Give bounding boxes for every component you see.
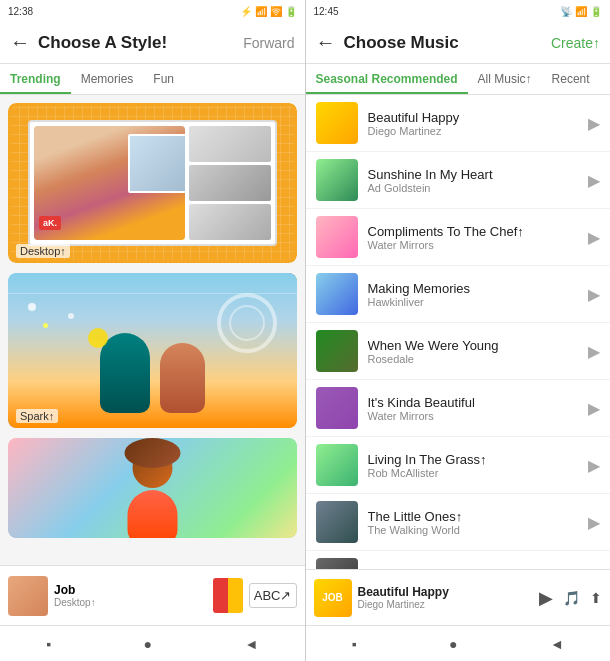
play-button-3[interactable]: ▶ [588, 285, 600, 304]
music-info-1: Sunshine In My Heart Ad Goldstein [368, 167, 589, 194]
tab-memories[interactable]: Memories [71, 64, 144, 94]
bottom-info: Job Desktop↑ [54, 583, 207, 608]
now-playing-bar: JOB Beautiful Happy Diego Martinez ▶ 🎵 ⬆ [306, 569, 611, 625]
music-title-4: When We Were Young [368, 338, 589, 353]
battery-icon: 🔋 [285, 6, 297, 17]
music-info-6: Living In The Grass↑ Rob McAllister [368, 452, 589, 479]
play-button-6[interactable]: ▶ [588, 456, 600, 475]
music-item-4[interactable]: When We Were Young Rosedale ▶ [306, 323, 611, 380]
now-playing-play-button[interactable]: ▶ [539, 587, 553, 609]
music-title-3: Making Memories [368, 281, 589, 296]
card-spark-label: Spark↑ [16, 409, 58, 423]
music-thumb-2 [316, 216, 358, 258]
right-back-button[interactable]: ← [316, 31, 336, 54]
left-status-icons: ⚡ 📶 🛜 🔋 [240, 6, 297, 17]
left-tabs: Trending Memories Fun [0, 64, 305, 95]
color-red [213, 578, 228, 613]
left-bottom-bar: Job Desktop↑ ABC↗ [0, 565, 305, 625]
play-button-5[interactable]: ▶ [588, 399, 600, 418]
music-item-2[interactable]: Compliments To The Chef↑ Water Mirrors ▶ [306, 209, 611, 266]
music-item-6[interactable]: Living In The Grass↑ Rob McAllister ▶ [306, 437, 611, 494]
music-title-2: Compliments To The Chef↑ [368, 224, 589, 239]
music-thumb-6 [316, 444, 358, 486]
music-item-5[interactable]: It's Kinda Beautiful Water Mirrors ▶ [306, 380, 611, 437]
music-list: Beautiful Happy Diego Martinez ▶ Sunshin… [306, 95, 611, 569]
tab-all-music[interactable]: All Music↑ [468, 64, 542, 94]
signal-icon: 📶 [255, 6, 267, 17]
abc-button[interactable]: ABC↗ [249, 583, 297, 608]
music-thumb-4 [316, 330, 358, 372]
music-artist-2: Water Mirrors [368, 239, 589, 251]
music-info-3: Making Memories Hawkinliver [368, 281, 589, 308]
left-nav-home[interactable]: ● [144, 636, 152, 652]
card-desktop-label: Desktop↑ [16, 244, 70, 258]
now-playing-thumb: JOB [314, 579, 352, 617]
music-item-7[interactable]: The Little Ones↑ The Walking World ▶ [306, 494, 611, 551]
color-yellow [228, 578, 243, 613]
now-playing-share-icon[interactable]: ⬆ [590, 590, 602, 606]
right-nav-home[interactable]: ● [449, 636, 457, 652]
style-card-fun[interactable] [8, 438, 297, 538]
style-card-desktop[interactable]: aK. Desktop↑ [8, 103, 297, 263]
music-item-8[interactable]: Uo Uo Up (Vocal) Erin Beautil ▶ [306, 551, 611, 569]
right-nav-square[interactable]: ▪ [352, 636, 357, 652]
right-screen: 12:45 📡 📶 🔋 ← Choose Music Create↑ Seaso… [306, 0, 611, 661]
music-title-1: Sunshine In My Heart [368, 167, 589, 182]
right-nav-bar: ▪ ● ◄ [306, 625, 611, 661]
left-forward-button[interactable]: Forward [243, 35, 294, 51]
music-artist-0: Diego Martinez [368, 125, 589, 137]
music-thumb-3 [316, 273, 358, 315]
play-button-7[interactable]: ▶ [588, 513, 600, 532]
right-nav-back[interactable]: ◄ [550, 636, 564, 652]
play-button-4[interactable]: ▶ [588, 342, 600, 361]
style-cards-list: aK. Desktop↑ [0, 95, 305, 565]
music-thumb-0 [316, 102, 358, 144]
right-status-icons: 📡 📶 🔋 [560, 6, 602, 17]
now-playing-track: Beautiful Happy [358, 585, 534, 599]
tab-recent[interactable]: Recent [542, 64, 600, 94]
play-button-0[interactable]: ▶ [588, 114, 600, 133]
left-status-bar: 12:38 ⚡ 📶 🛜 🔋 [0, 0, 305, 22]
right-header-title: Choose Music [344, 33, 551, 53]
right-status-bar: 12:45 📡 📶 🔋 [306, 0, 611, 22]
tab-trending[interactable]: Trending [0, 64, 71, 94]
style-card-spark[interactable]: Spark↑ [8, 273, 297, 428]
music-item-3[interactable]: Making Memories Hawkinliver ▶ [306, 266, 611, 323]
music-item-1[interactable]: Sunshine In My Heart Ad Goldstein ▶ [306, 152, 611, 209]
color-strip[interactable] [213, 578, 243, 613]
music-artist-1: Ad Goldstein [368, 182, 589, 194]
music-title-7: The Little Ones↑ [368, 509, 589, 524]
music-artist-6: Rob McAllister [368, 467, 589, 479]
left-nav-square[interactable]: ▪ [46, 636, 51, 652]
left-nav-bar: ▪ ● ◄ [0, 625, 305, 661]
play-button-1[interactable]: ▶ [588, 171, 600, 190]
music-item-0[interactable]: Beautiful Happy Diego Martinez ▶ [306, 95, 611, 152]
right-battery-icon: 🔋 [590, 6, 602, 17]
wifi-icon: 🛜 [270, 6, 282, 17]
right-wifi-icon: 📶 [575, 6, 587, 17]
now-playing-artist: Diego Martinez [358, 599, 534, 610]
music-title-6: Living In The Grass↑ [368, 452, 589, 467]
right-create-button[interactable]: Create↑ [551, 35, 600, 51]
bluetooth-icon: ⚡ [240, 6, 252, 17]
music-info-5: It's Kinda Beautiful Water Mirrors [368, 395, 589, 422]
left-header: ← Choose A Style! Forward [0, 22, 305, 64]
tab-fun[interactable]: Fun [143, 64, 184, 94]
now-playing-music-icon[interactable]: 🎵 [563, 590, 580, 606]
right-signal-icon: 📡 [560, 6, 572, 17]
music-thumb-1 [316, 159, 358, 201]
bottom-job-title: Job [54, 583, 207, 597]
now-playing-controls: ▶ 🎵 ⬆ [539, 587, 602, 609]
music-artist-5: Water Mirrors [368, 410, 589, 422]
play-button-2[interactable]: ▶ [588, 228, 600, 247]
tab-seasonal[interactable]: Seasonal Recommended [306, 64, 468, 94]
music-thumb-8 [316, 558, 358, 569]
music-info-4: When We Were Young Rosedale [368, 338, 589, 365]
music-title-5: It's Kinda Beautiful [368, 395, 589, 410]
left-nav-back[interactable]: ◄ [244, 636, 258, 652]
music-title-0: Beautiful Happy [368, 110, 589, 125]
left-screen: 12:38 ⚡ 📶 🛜 🔋 ← Choose A Style! Forward … [0, 0, 305, 661]
left-back-button[interactable]: ← [10, 31, 30, 54]
right-header: ← Choose Music Create↑ [306, 22, 611, 64]
left-header-title: Choose A Style! [38, 33, 243, 53]
